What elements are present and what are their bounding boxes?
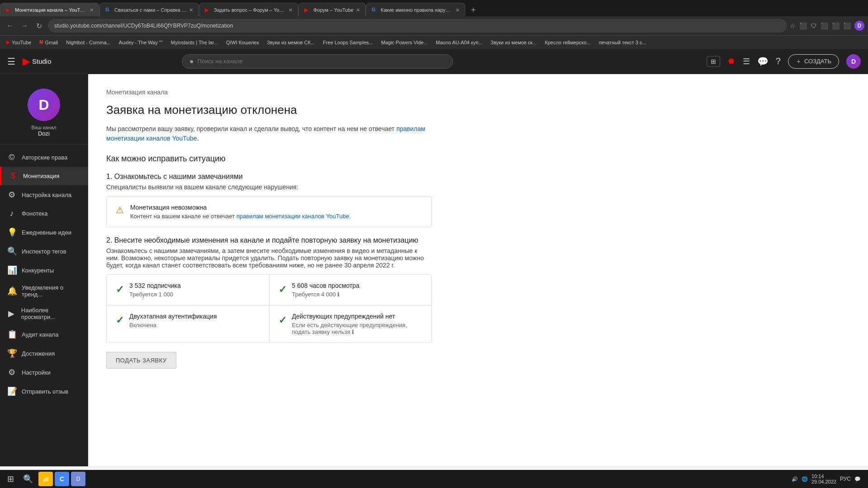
hamburger-menu[interactable]: ☰ <box>7 56 15 67</box>
bookmark-sounds1[interactable]: Звуки из мемов СК... <box>264 39 318 46</box>
grid-view-icon[interactable]: ⊞ <box>707 56 720 67</box>
bookmark-yt-label: YouTube <box>12 40 31 45</box>
sidebar-item-copyright[interactable]: © Авторские права <box>0 148 88 167</box>
intro-text: Мы рассмотрели вашу заявку, проверили ка… <box>106 124 432 143</box>
req-cell-2fa: ✓ Двухэтапная аутентификация Включена <box>107 305 269 343</box>
reload-button[interactable]: ↻ <box>33 19 45 32</box>
taskbar-file-explorer[interactable]: 📁 <box>38 472 53 486</box>
tab-4[interactable]: ▶ Форум – YouTube × <box>298 3 366 16</box>
sidebar-item-channel-audit[interactable]: 📋 Аудит канала <box>0 325 88 344</box>
sidebar-item-feedback[interactable]: 📝 Отправить отзыв <box>0 382 88 401</box>
taskbar-discord[interactable]: D <box>71 472 85 486</box>
bookmark-star-icon[interactable]: ☆ <box>790 22 796 29</box>
search-input[interactable] <box>198 58 445 65</box>
bookmark-magicpowers[interactable]: Magic Powers Vide... <box>378 39 430 46</box>
req-value-hours: Требуется 4 000 ℹ <box>292 291 360 298</box>
extension-icon-1[interactable]: ⬛ <box>799 22 807 29</box>
req-info-2fa: Двухэтапная аутентификация Включена <box>129 313 217 328</box>
tab-1[interactable]: ▶ Монетизация канала – YouTube... × <box>0 3 99 16</box>
create-label: СОЗДАТЬ <box>804 58 831 65</box>
sidebar-item-competitors[interactable]: 📊 Конкуренты <box>0 261 88 280</box>
tab-close-2[interactable]: × <box>189 6 193 14</box>
back-button[interactable]: ← <box>4 19 16 32</box>
address-bar[interactable]: studio.youtube.com/channel/UCDy6ToB4LI66… <box>48 19 787 33</box>
sidebar-item-achievements[interactable]: 🏆 Достижения <box>0 344 88 363</box>
sidebar-item-monetization[interactable]: $ Монетизация <box>0 167 88 185</box>
comment-icon[interactable]: 💬 <box>757 56 769 67</box>
user-avatar[interactable]: D <box>846 54 861 69</box>
record-icon[interactable]: ⏺ <box>727 56 736 66</box>
sidebar-item-audio-library[interactable]: ♪ Фонотека <box>0 204 88 223</box>
list-view-icon[interactable]: ☰ <box>743 56 750 66</box>
most-watched-icon: ▶ <box>7 309 16 319</box>
studio-search-area: ● <box>182 54 453 69</box>
req-info-subscribers: 3 532 подписчика Требуется 1 000 <box>129 282 181 298</box>
extension-icon-4[interactable]: ⬛ <box>832 22 840 29</box>
bookmark-nightbot[interactable]: Nightbot - Comma... <box>63 39 113 46</box>
tab-close-1[interactable]: × <box>90 6 94 14</box>
alert-content: Монетизация невозможна Контент на вашем … <box>130 204 351 220</box>
bookmark-sounds2[interactable]: Звуки из мемов ск... <box>488 39 539 46</box>
sidebar-item-label-tags: Инспектор тегов <box>22 248 66 255</box>
tab-close-4[interactable]: × <box>356 6 360 14</box>
taskbar-chrome[interactable]: C <box>55 472 69 486</box>
create-button[interactable]: ＋ СОЗДАТЬ <box>788 54 839 69</box>
bookmark-gmail-label: Gmail <box>45 40 58 45</box>
copyright-icon: © <box>7 153 16 162</box>
tab-3[interactable]: ▶ Задать вопрос – Форум – YouTu... × <box>199 3 298 16</box>
sidebar-item-label-trend: Уведомления о тренд... <box>22 284 80 298</box>
extension-icon-5[interactable]: ⬛ <box>843 22 851 29</box>
taskbar-notification-button[interactable]: 💬 <box>854 476 861 482</box>
search-taskbar-button[interactable]: 🔍 <box>19 472 37 486</box>
bookmark-chair[interactable]: Кресло геймерско... <box>542 39 593 46</box>
tab-close-3[interactable]: × <box>289 6 292 14</box>
alert-warning-icon: ⚠ <box>116 205 124 216</box>
taskbar-sound-icon[interactable]: 🔊 <box>792 476 798 482</box>
tab-title-1: Монетизация канала – YouTube... <box>15 7 87 13</box>
sidebar-item-channel-settings[interactable]: ⚙ Настройка канала <box>0 185 88 204</box>
sidebar-item-most-watched[interactable]: ▶ Наиболее просматри... <box>0 302 88 325</box>
start-button[interactable]: ⊞ <box>4 472 18 486</box>
sidebar-item-tag-inspector[interactable]: 🔍 Инспектор тегов <box>0 242 88 261</box>
tab-2[interactable]: G Связаться с нами – Справка – Y... × <box>99 3 199 16</box>
bookmark-myinstants[interactable]: Myinstants | The lar... <box>168 39 221 46</box>
forward-button[interactable]: → <box>18 19 31 32</box>
new-tab-button[interactable]: + <box>467 4 480 16</box>
alert-link[interactable]: правилам монетизации каналов YouTube. <box>236 213 351 220</box>
search-box: ● <box>182 54 453 69</box>
bookmark-maono[interactable]: Maono AU-A04 куп... <box>433 39 485 46</box>
submit-application-button[interactable]: ПОДАТЬ ЗАЯВКУ <box>106 352 176 369</box>
req-value-warnings: Если есть действующие предупреждения, по… <box>292 322 423 335</box>
sidebar-item-daily-ideas[interactable]: 💡 Ежедневные идеи <box>0 223 88 242</box>
req-cell-subscribers: ✓ 3 532 подписчика Требуется 1 000 <box>107 275 269 305</box>
step1-desc: Специалисты выявили на вашем канале след… <box>106 183 432 191</box>
address-text: studio.youtube.com/channel/UCDy6ToB4LI66… <box>54 23 233 29</box>
alert-text: Контент на вашем канале не отвечает прав… <box>130 213 351 220</box>
req-row-1: ✓ 3 532 подписчика Требуется 1 000 ✓ 5 6… <box>107 275 431 305</box>
bookmark-youtube[interactable]: ▶ YouTube <box>4 38 34 46</box>
tab-favicon-1: ▶ <box>6 7 12 13</box>
sidebar-item-label-competitors: Конкуренты <box>22 267 54 274</box>
help-icon[interactable]: ? <box>776 56 781 66</box>
sidebar-item-label-most-watched: Наиболее просматри... <box>21 307 80 320</box>
bookmark-print[interactable]: печатный текст 3 с... <box>596 39 649 46</box>
alert-title: Монетизация невозможна <box>130 204 351 211</box>
step2-desc: Ознакомьтесь с нашими замечаниями, а зат… <box>106 247 432 269</box>
bookmark-qiwi[interactable]: QIWI Кошелек <box>223 39 262 46</box>
sidebar-item-trend-notifications[interactable]: 🔔 Уведомления о тренд... <box>0 280 88 302</box>
extension-icon-3[interactable]: ⬛ <box>821 22 828 29</box>
bookmark-auxley[interactable]: Auxley - The Way "" <box>116 39 165 46</box>
bookmark-gmail[interactable]: M Gmail <box>37 39 61 46</box>
tab-close-5[interactable]: × <box>456 6 459 14</box>
monetization-icon: $ <box>9 171 18 181</box>
bookmark-freeloops[interactable]: Free Loops Samples... <box>320 39 376 46</box>
sidebar-item-settings[interactable]: ⚙ Настройки <box>0 363 88 382</box>
extension-icon-2[interactable]: 🛡 <box>811 22 817 29</box>
tab-5[interactable]: G Какие именно правила наруша... × <box>366 3 465 16</box>
req-title-warnings: Действующих предупреждений нет <box>292 313 423 320</box>
intro-text-content: Мы рассмотрели вашу заявку, проверили ка… <box>106 125 395 132</box>
alert-box: ⚠ Монетизация невозможна Контент на ваше… <box>106 196 432 227</box>
taskbar-network-icon[interactable]: 🌐 <box>802 476 808 482</box>
profile-icon[interactable]: D <box>854 21 864 31</box>
taskbar-lang: РУС <box>840 476 851 482</box>
